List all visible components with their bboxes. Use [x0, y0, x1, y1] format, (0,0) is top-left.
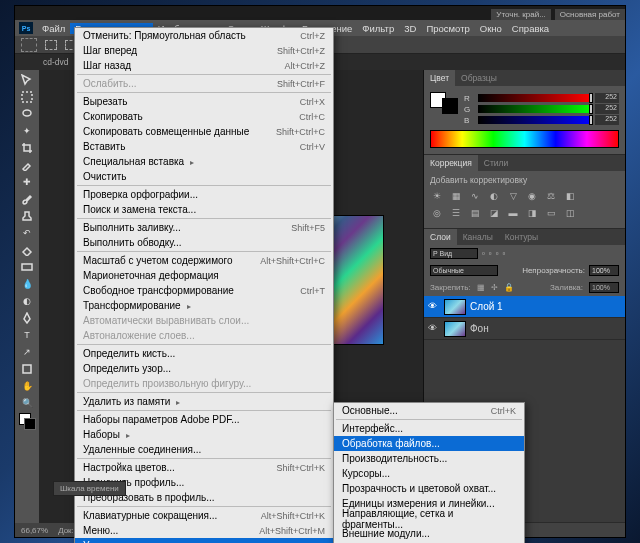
- bw-icon[interactable]: ◧: [563, 189, 577, 203]
- menu-item[interactable]: Определить кисть...: [75, 346, 333, 361]
- menu-item[interactable]: Специальная вставка: [75, 154, 333, 169]
- balance-icon[interactable]: ⚖: [544, 189, 558, 203]
- menu-item[interactable]: Скопировать совмещенные данныеShift+Ctrl…: [75, 124, 333, 139]
- menu-item[interactable]: Масштаб с учетом содержимогоAlt+Shift+Ct…: [75, 253, 333, 268]
- filter-icon[interactable]: ▫: [489, 249, 492, 258]
- vibrance-icon[interactable]: ▽: [506, 189, 520, 203]
- eyedropper-tool[interactable]: [18, 157, 36, 173]
- tab-color[interactable]: Цвет: [424, 70, 455, 86]
- menu-item[interactable]: ВставитьCtrl+V: [75, 139, 333, 154]
- r-slider[interactable]: [478, 94, 591, 102]
- photo-filter-icon[interactable]: ◎: [430, 206, 444, 220]
- menu-item[interactable]: Наборы параметров Adobe PDF...: [75, 412, 333, 427]
- r-value[interactable]: 252: [595, 93, 619, 103]
- menu-item[interactable]: Клавиатурные сокращения...Alt+Shift+Ctrl…: [75, 508, 333, 523]
- refine-edge-button[interactable]: Уточн. край...: [491, 9, 551, 20]
- g-slider[interactable]: [478, 105, 591, 113]
- menu-item[interactable]: Наборы: [75, 427, 333, 442]
- menu-item[interactable]: Интерфейс...: [334, 421, 524, 436]
- lock-all-icon[interactable]: 🔒: [504, 283, 514, 292]
- current-tool-icon[interactable]: [21, 38, 37, 52]
- b-slider[interactable]: [478, 116, 591, 124]
- menu-item[interactable]: Марионеточная деформация: [75, 268, 333, 283]
- menu-item[interactable]: ВырезатьCtrl+X: [75, 94, 333, 109]
- selective-icon[interactable]: ◫: [563, 206, 577, 220]
- lock-pixels-icon[interactable]: ▦: [477, 283, 485, 292]
- menu-item[interactable]: Производительность...: [334, 451, 524, 466]
- menu-окно[interactable]: Окно: [475, 23, 507, 34]
- layer-thumbnail[interactable]: [444, 321, 466, 337]
- menu-item[interactable]: Направляющие, сетка и фрагменты...: [334, 511, 524, 526]
- b-value[interactable]: 252: [595, 115, 619, 125]
- menu-фильтр[interactable]: Фильтр: [357, 23, 399, 34]
- menu-справка[interactable]: Справка: [507, 23, 554, 34]
- layer-row[interactable]: 👁 Слой 1: [424, 296, 625, 318]
- menu-3d[interactable]: 3D: [399, 23, 421, 34]
- posterize-icon[interactable]: ▬: [506, 206, 520, 220]
- filter-icon[interactable]: ▫: [503, 249, 506, 258]
- opacity-value[interactable]: 100%: [589, 265, 619, 276]
- zoom-level[interactable]: 66,67%: [21, 526, 48, 535]
- curves-icon[interactable]: ∿: [468, 189, 482, 203]
- hue-icon[interactable]: ◉: [525, 189, 539, 203]
- menu-item[interactable]: Свободное трансформированиеCtrl+T: [75, 283, 333, 298]
- timeline-tab[interactable]: Шкала времени: [53, 481, 126, 496]
- tab-swatches[interactable]: Образцы: [455, 70, 503, 86]
- layer-filter[interactable]: P Вид: [430, 248, 478, 259]
- tab-channels[interactable]: Каналы: [457, 229, 499, 245]
- mixer-icon[interactable]: ☰: [449, 206, 463, 220]
- fill-value[interactable]: 100%: [589, 282, 619, 293]
- lasso-tool[interactable]: [18, 106, 36, 122]
- color-swatch-tool[interactable]: [18, 412, 36, 434]
- menu-item[interactable]: Отменить: Прямоугольная областьCtrl+Z: [75, 28, 333, 43]
- marquee-icon[interactable]: [45, 40, 57, 50]
- history-brush-tool[interactable]: ↶: [18, 225, 36, 241]
- levels-icon[interactable]: ▦: [449, 189, 463, 203]
- filter-icon[interactable]: ▫: [482, 249, 485, 258]
- menu-item[interactable]: Поиск и замена текста...: [75, 202, 333, 217]
- brightness-icon[interactable]: ☀: [430, 189, 444, 203]
- workspace-selector[interactable]: Основная работ: [555, 9, 625, 20]
- menu-просмотр[interactable]: Просмотр: [421, 23, 474, 34]
- menu-item[interactable]: Прозрачность и цветовой охват...: [334, 481, 524, 496]
- background-color[interactable]: [442, 98, 458, 114]
- stamp-tool[interactable]: [18, 208, 36, 224]
- heal-tool[interactable]: ✚: [18, 174, 36, 190]
- filter-icon[interactable]: ▫: [496, 249, 499, 258]
- menu-item[interactable]: Настройка цветов...Shift+Ctrl+K: [75, 460, 333, 475]
- tab-paths[interactable]: Контуры: [499, 229, 544, 245]
- eraser-tool[interactable]: [18, 242, 36, 258]
- document-tab[interactable]: cd-dvd: [37, 57, 75, 67]
- menu-item[interactable]: Удалить из памяти: [75, 394, 333, 409]
- layer-name[interactable]: Фон: [470, 323, 489, 334]
- dodge-tool[interactable]: ◐: [18, 293, 36, 309]
- menu-item[interactable]: Удаленные соединения...: [75, 442, 333, 457]
- menu-item[interactable]: Шаг назадAlt+Ctrl+Z: [75, 58, 333, 73]
- menu-item[interactable]: Шаг впередShift+Ctrl+Z: [75, 43, 333, 58]
- lookup-icon[interactable]: ▤: [468, 206, 482, 220]
- move-tool[interactable]: [18, 72, 36, 88]
- wand-tool[interactable]: ✦: [18, 123, 36, 139]
- tab-styles[interactable]: Стили: [478, 155, 515, 171]
- marquee-tool[interactable]: [18, 89, 36, 105]
- crop-tool[interactable]: [18, 140, 36, 156]
- menu-item[interactable]: Трансформирование: [75, 298, 333, 313]
- brush-tool[interactable]: [18, 191, 36, 207]
- tab-layers[interactable]: Слои: [424, 229, 457, 245]
- zoom-tool[interactable]: 🔍: [18, 395, 36, 411]
- path-tool[interactable]: ↗: [18, 344, 36, 360]
- pen-tool[interactable]: [18, 310, 36, 326]
- menu-item[interactable]: Основные...Ctrl+K: [334, 403, 524, 418]
- visibility-icon[interactable]: 👁: [428, 301, 440, 313]
- blur-tool[interactable]: 💧: [18, 276, 36, 292]
- menu-файл[interactable]: Файл: [37, 23, 70, 34]
- menu-item[interactable]: Установки: [75, 538, 333, 543]
- gradient-map-icon[interactable]: ▭: [544, 206, 558, 220]
- invert-icon[interactable]: ◪: [487, 206, 501, 220]
- threshold-icon[interactable]: ◨: [525, 206, 539, 220]
- menu-item[interactable]: Проверка орфографии...: [75, 187, 333, 202]
- shape-tool[interactable]: [18, 361, 36, 377]
- tab-adjustments[interactable]: Коррекция: [424, 155, 478, 171]
- menu-item[interactable]: Выполнить заливку...Shift+F5: [75, 220, 333, 235]
- menu-item[interactable]: Курсоры...: [334, 466, 524, 481]
